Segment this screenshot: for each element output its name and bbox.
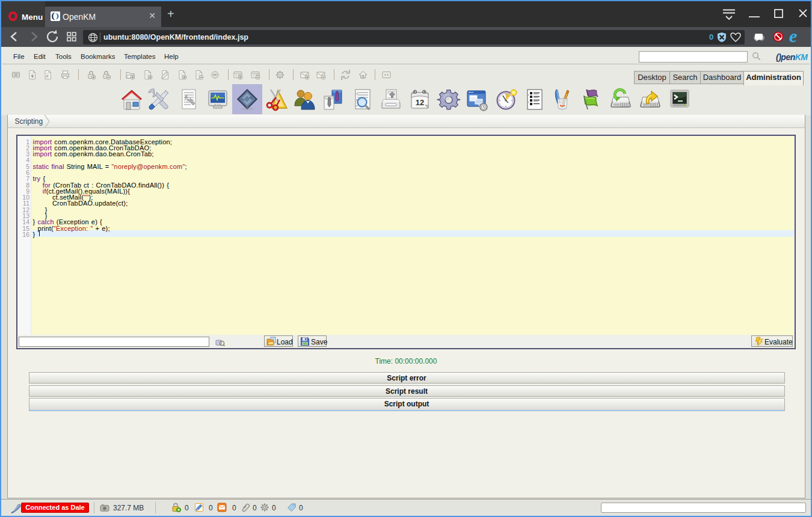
svg-text:12: 12 <box>416 98 424 107</box>
svg-text:A: A <box>46 75 49 78</box>
